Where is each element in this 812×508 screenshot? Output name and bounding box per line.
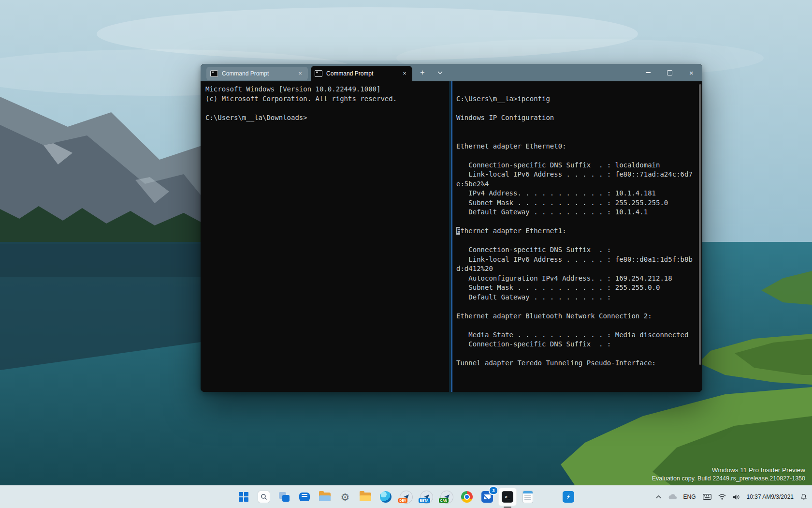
volume-button[interactable] bbox=[732, 489, 741, 505]
terminal-button[interactable]: >_ bbox=[498, 488, 517, 506]
insider-watermark: Windows 11 Pro Insider Preview Evaluatio… bbox=[652, 466, 805, 483]
insider-canary-icon: CAN bbox=[440, 491, 453, 504]
settings-button[interactable]: ⚙ bbox=[336, 488, 354, 506]
edge-button[interactable] bbox=[377, 488, 395, 506]
desktop: Command Prompt × Command Prompt × + bbox=[0, 0, 812, 508]
tray-time: 10:37 AM bbox=[747, 493, 771, 501]
maximize-button[interactable] bbox=[659, 64, 681, 81]
insider-canary-button[interactable]: CAN bbox=[437, 488, 456, 506]
terminal-pane-right[interactable]: C:\Users\m__la>ipconfig Windows IP Confi… bbox=[451, 81, 702, 392]
tab-close-icon[interactable]: × bbox=[401, 70, 408, 77]
vscode-icon bbox=[563, 491, 574, 503]
window-controls: × bbox=[637, 64, 702, 81]
chrome-icon bbox=[461, 491, 473, 503]
tab-close-icon[interactable]: × bbox=[296, 70, 304, 77]
maximize-icon bbox=[667, 70, 672, 75]
right-pane-output: C:\Users\m__la>ipconfig Windows IP Confi… bbox=[452, 81, 702, 372]
close-button[interactable]: × bbox=[681, 64, 702, 81]
start-button[interactable] bbox=[234, 488, 253, 506]
watermark-line2: Evaluation copy. Build 22449.rs_prerelea… bbox=[652, 475, 805, 483]
taskbar: ⚙ DEV BETA bbox=[0, 485, 812, 508]
search-button[interactable] bbox=[255, 488, 273, 506]
chrome-button[interactable] bbox=[458, 488, 476, 506]
system-tray: ENG bbox=[655, 486, 808, 508]
watermark-line1: Windows 11 Pro Insider Preview bbox=[652, 466, 805, 475]
dev-channel-label: DEV bbox=[398, 498, 408, 503]
insider-dev-icon: DEV bbox=[400, 491, 413, 504]
cmd-icon bbox=[210, 70, 218, 77]
tab-dropdown-button[interactable] bbox=[433, 65, 447, 80]
chevron-up-icon bbox=[656, 495, 661, 499]
terminal-pane-left[interactable]: Microsoft Windows [Version 10.0.22449.10… bbox=[201, 81, 449, 392]
tab-command-prompt-2[interactable]: Command Prompt × bbox=[311, 66, 412, 81]
notepad-button[interactable] bbox=[519, 488, 537, 506]
speaker-icon bbox=[733, 494, 740, 500]
cmd-icon bbox=[315, 70, 322, 77]
beta-channel-label: BETA bbox=[419, 498, 430, 503]
search-icon bbox=[258, 491, 270, 503]
cloud-icon bbox=[668, 494, 677, 500]
insider-dev-button[interactable]: DEV bbox=[397, 488, 415, 506]
notepad-icon bbox=[523, 491, 533, 503]
output-before-cursor: C:\Users\m__la>ipconfig Windows IP Confi… bbox=[456, 95, 693, 216]
network-button[interactable] bbox=[717, 489, 727, 505]
minimize-icon bbox=[646, 72, 651, 73]
folder-button[interactable] bbox=[356, 488, 375, 506]
tab-command-prompt-1[interactable]: Command Prompt × bbox=[206, 67, 308, 80]
gear-icon: ⚙ bbox=[341, 492, 350, 502]
network-icon bbox=[718, 494, 726, 500]
monitor-icon bbox=[542, 492, 554, 502]
task-view-icon bbox=[279, 492, 290, 502]
right-pane-scrollbar[interactable] bbox=[699, 84, 701, 389]
file-explorer-icon bbox=[319, 493, 331, 501]
left-pane-output: Microsoft Windows [Version 10.0.22449.10… bbox=[201, 81, 449, 126]
tray-date: 9/3/2021 bbox=[771, 493, 794, 501]
windows-logo-icon bbox=[239, 492, 248, 502]
tab-title: Command Prompt bbox=[222, 70, 292, 77]
onedrive-button[interactable] bbox=[667, 489, 678, 505]
minimize-button[interactable] bbox=[637, 64, 659, 81]
tray-chevron-button[interactable] bbox=[655, 489, 662, 505]
insider-beta-button[interactable]: BETA bbox=[417, 488, 435, 506]
notification-badge: 3 bbox=[489, 486, 498, 495]
output-after-cursor: thernet adapter Ethernet1: Connection-sp… bbox=[456, 227, 693, 367]
language-indicator[interactable]: ENG bbox=[682, 489, 697, 505]
edge-icon bbox=[380, 491, 392, 503]
insider-beta-icon: BETA bbox=[420, 491, 433, 504]
task-view-button[interactable] bbox=[275, 488, 293, 506]
terminal-titlebar[interactable]: Command Prompt × Command Prompt × + bbox=[201, 64, 702, 81]
scrollbar-thumb[interactable] bbox=[699, 84, 701, 365]
chat-icon bbox=[299, 493, 310, 501]
chevron-down-icon bbox=[437, 71, 443, 75]
tab-title: Command Prompt bbox=[326, 70, 397, 77]
terminal-window: Command Prompt × Command Prompt × + bbox=[201, 64, 702, 392]
folder-icon bbox=[360, 493, 371, 501]
file-explorer-button[interactable] bbox=[316, 488, 334, 506]
can-channel-label: CAN bbox=[439, 498, 449, 503]
this-pc-button[interactable] bbox=[539, 488, 557, 506]
taskbar-pinned-apps: ⚙ DEV BETA bbox=[234, 486, 578, 508]
new-tab-button[interactable]: + bbox=[415, 65, 430, 80]
terminal-icon: >_ bbox=[502, 491, 513, 503]
clock[interactable]: 10:37 AM 9/3/2021 bbox=[746, 489, 795, 505]
touch-keyboard-button[interactable] bbox=[702, 489, 712, 505]
bell-icon bbox=[800, 493, 807, 500]
chat-button[interactable] bbox=[295, 488, 314, 506]
notification-center-button[interactable] bbox=[799, 489, 808, 505]
tab-bar: Command Prompt × Command Prompt × + bbox=[201, 64, 447, 81]
vscode-button[interactable] bbox=[559, 488, 578, 506]
mail-button[interactable]: 3 bbox=[478, 488, 496, 506]
terminal-content: Microsoft Windows [Version 10.0.22449.10… bbox=[201, 81, 702, 392]
keyboard-icon bbox=[703, 494, 711, 500]
